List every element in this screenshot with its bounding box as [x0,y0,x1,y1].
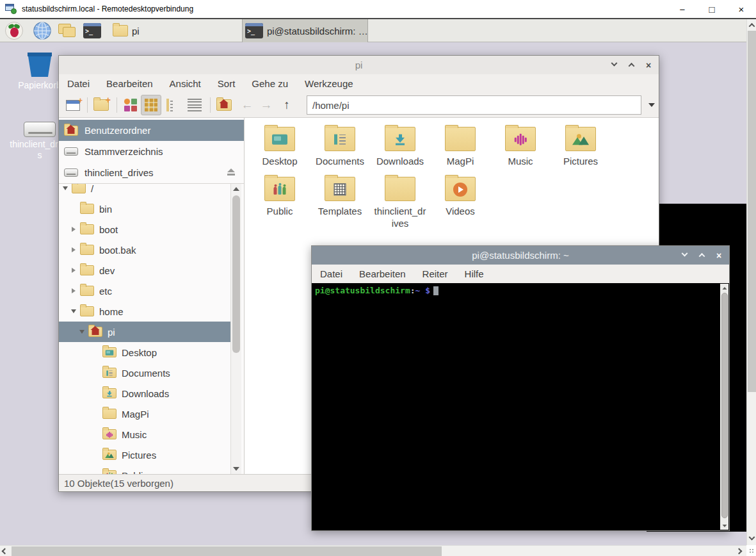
window-maximize-button[interactable] [626,60,636,70]
terminal-titlebar[interactable]: pi@statusbildschirm: ~ × [312,246,729,265]
tree-item-home[interactable]: home [59,301,230,322]
place-root[interactable]: Stammverzeichnis [59,141,244,162]
file-item-documents[interactable]: Documents [310,127,370,167]
file-item-public[interactable]: Public [250,177,310,217]
window-minimize-button[interactable] [679,250,689,261]
scroll-up-button[interactable] [747,20,756,30]
taskbar-task-file-manager[interactable]: pi [110,19,241,42]
home-button[interactable] [214,95,234,115]
raspberry-menu-button[interactable] [4,21,24,40]
file-item-downloads[interactable]: Downloads [370,127,430,167]
expand-icon[interactable] [72,288,76,293]
new-folder-button[interactable]: + [91,95,111,115]
browser-launcher[interactable] [32,21,52,40]
expand-icon[interactable] [72,268,76,273]
vertical-scrollbar[interactable] [746,19,756,545]
forward-button[interactable]: → [257,95,275,115]
file-item-pictures[interactable]: Pictures [551,127,611,167]
tree-item-boot-bak[interactable]: boot.bak [59,240,230,260]
tree-item-documents[interactable]: Documents [59,363,230,383]
file-item-magpi[interactable]: MagPi [430,127,490,167]
menu-hilfe[interactable]: Hilfe [456,265,492,282]
tree-scrollbar[interactable] [230,184,241,474]
up-button[interactable]: ↑ [278,95,296,115]
taskbar-task-terminal[interactable]: >_ pi@statusbildschirm: … [242,19,368,42]
horizontal-scrollbar[interactable] [0,545,746,556]
terminal-output[interactable]: pi@statusbildschirm:~ $ [312,283,729,530]
menu-bearbeiten[interactable]: Bearbeiten [98,74,161,92]
file-item-desktop[interactable]: Desktop [250,127,310,167]
tree-item-dev[interactable]: dev [59,260,230,281]
menu-gehe-zu[interactable]: Gehe zu [243,74,296,92]
rdp-window-titlebar: statusbildschirm.local - Remotedesktopve… [0,0,756,19]
thumbnail-view-button[interactable] [120,95,141,115]
tree-item-magpi[interactable]: MagPi [59,404,230,424]
eject-icon[interactable] [227,168,235,176]
file-item-videos[interactable]: Videos [430,177,490,217]
collapse-icon[interactable] [71,309,76,313]
maximize-button[interactable]: □ [697,0,727,18]
detailed-list-view-button[interactable] [184,95,205,115]
file-item-thinclient-drives[interactable]: thinclient_drives [370,177,430,229]
tree-item-pictures[interactable]: Pictures [59,445,230,465]
scroll-up-button[interactable] [720,284,728,292]
expand-icon[interactable] [72,247,76,252]
tree-item-downloads[interactable]: Downloads [59,383,230,404]
window-close-button[interactable]: × [714,250,724,261]
window-minimize-button[interactable] [609,60,619,70]
file-item-music[interactable]: Music [490,127,551,167]
file-manager-titlebar[interactable]: pi × [59,56,659,74]
folder-icon [113,25,128,37]
compact-view-button[interactable] [163,95,183,115]
icon-view-button[interactable] [141,95,161,115]
collapse-icon[interactable] [63,186,68,190]
scroll-left-button[interactable] [0,546,10,556]
scrollbar-thumb[interactable] [232,195,240,353]
back-button[interactable]: ← [238,95,256,115]
place-thinclient-drives[interactable]: thinclient_drives [59,162,244,183]
window-close-button[interactable]: × [643,60,654,70]
window-maximize-button[interactable] [696,250,707,261]
scroll-down-button[interactable] [231,464,241,474]
scroll-up-button[interactable] [231,184,241,194]
collapse-icon[interactable] [79,330,84,334]
terminal-window: pi@statusbildschirm: ~ × Datei Bearbeite… [311,245,730,531]
menu-datei[interactable]: Datei [59,74,98,92]
pi-taskbar: >_ pi >_ pi@statusbildschirm: … [0,19,746,42]
expand-icon[interactable] [72,227,76,232]
menu-datei[interactable]: Datei [312,265,351,282]
minimize-button[interactable]: − [668,0,697,18]
tree-item-etc[interactable]: etc [59,281,230,301]
tree-item-bin[interactable]: bin [59,199,230,219]
terminal-title: pi@statusbildschirm: ~ [472,250,569,261]
file-manager-launcher[interactable] [58,21,78,40]
terminal-launcher[interactable]: >_ [82,21,102,40]
terminal-scrollbar[interactable] [720,284,728,530]
up-icon: ↑ [284,98,290,112]
tree-item-desktop[interactable]: Desktop [59,342,230,363]
close-button[interactable]: × [727,0,756,18]
file-item-templates[interactable]: Templates [310,177,370,217]
scroll-down-button[interactable] [747,534,756,544]
scrollbar-thumb[interactable] [721,293,728,518]
menu-ansicht[interactable]: Ansicht [161,74,209,92]
tree-item-public[interactable]: Public [59,465,230,474]
path-dropdown-button[interactable] [645,97,658,113]
menu-werkzeuge[interactable]: Werkzeuge [296,74,362,92]
menu-sort[interactable]: Sort [209,74,244,92]
tree-item-boot[interactable]: boot [59,219,230,240]
tree-item-music[interactable]: Music [59,424,230,445]
drive-icon [64,147,78,156]
menu-reiter[interactable]: Reiter [414,265,456,282]
new-window-button[interactable]: + [63,95,83,115]
path-input[interactable]: /home/pi [307,95,641,115]
tree-item-root[interactable]: / [59,184,230,199]
scroll-right-button[interactable] [734,546,744,556]
scroll-down-button[interactable] [720,521,728,530]
new-window-icon: + [66,100,80,111]
scrollbar-thumb[interactable] [12,546,442,556]
scrollbar-thumb[interactable] [748,31,756,392]
tree-item-pi[interactable]: pi [59,322,230,342]
menu-bearbeiten[interactable]: Bearbeiten [351,265,414,282]
place-home[interactable]: Benutzerordner [59,120,244,141]
